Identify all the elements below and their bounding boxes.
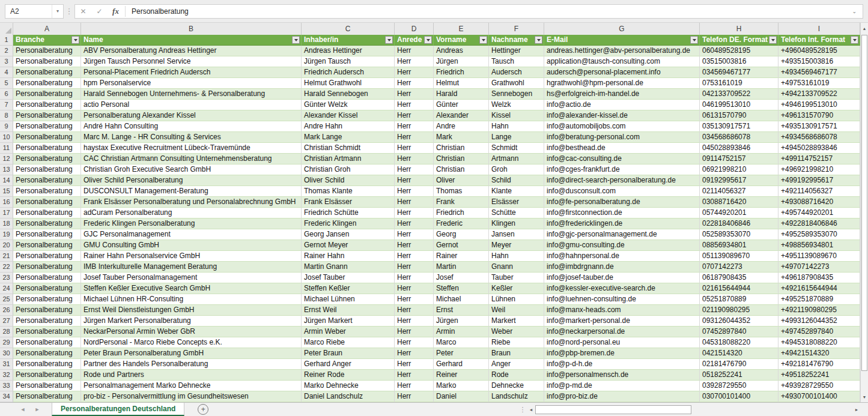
cell[interactable]: Herr <box>395 154 434 164</box>
cell[interactable]: +4942133709522 <box>778 89 860 100</box>
cell[interactable]: Ernst Weil Dienstleistungen GmbH <box>81 305 302 316</box>
cell[interactable]: Mark Lange <box>302 132 395 143</box>
column-header-cell[interactable]: Inhaber/in <box>302 35 395 46</box>
cell[interactable]: Groh <box>489 164 544 175</box>
cell[interactable]: Jürgen Markert Personalberatung <box>81 316 302 327</box>
cell[interactable]: Personalberatung <box>13 186 81 197</box>
cell[interactable]: Armin Weber <box>302 327 395 337</box>
cell[interactable]: Braun <box>489 348 544 359</box>
column-header-cell[interactable]: Nachname <box>489 35 544 46</box>
cell[interactable]: NeckarPersonal Armin Weber GbR <box>81 327 302 337</box>
cell[interactable]: Herr <box>395 186 434 197</box>
cell[interactable]: 09192995617 <box>700 175 778 186</box>
cell[interactable]: Reiner <box>434 370 489 381</box>
cell[interactable]: Frederic Klingen <box>302 219 395 229</box>
cell[interactable]: 02181476790 <box>700 359 778 370</box>
cell[interactable]: +495251870889 <box>778 294 860 305</box>
cell[interactable]: Herr <box>395 391 434 402</box>
cell[interactable]: Friedrich <box>434 208 489 219</box>
cell[interactable]: Herr <box>395 100 434 110</box>
horizontal-scroll-track[interactable] <box>691 405 852 414</box>
filter-dropdown-button[interactable] <box>71 36 79 44</box>
column-letter-F[interactable]: F <box>489 23 544 35</box>
cell[interactable]: Herr <box>395 283 434 294</box>
cell[interactable]: Harald <box>434 89 489 100</box>
cell[interactable]: Georg Jansen <box>302 229 395 240</box>
cell[interactable]: ABV Personalberatung Andreas Hettinger <box>81 46 302 56</box>
cell[interactable]: Friedrich <box>434 67 489 78</box>
select-all-corner[interactable] <box>0 23 13 35</box>
cell[interactable]: +492114056327 <box>778 186 860 197</box>
cell[interactable]: Herr <box>395 305 434 316</box>
horizontal-scrollbar[interactable]: ◄ ► <box>527 405 861 415</box>
cell[interactable]: Lühnen <box>489 294 544 305</box>
cell[interactable]: Personalberatung <box>13 294 81 305</box>
row-number-6[interactable]: 6 <box>0 89 13 100</box>
cell[interactable]: Herr <box>395 56 434 67</box>
cell[interactable]: Armin <box>434 327 489 337</box>
cell[interactable]: Marco <box>434 337 489 348</box>
cell[interactable]: Andre <box>434 121 489 132</box>
cell[interactable]: 060489528195 <box>700 46 778 56</box>
cell[interactable]: Herr <box>395 370 434 381</box>
cell[interactable]: Personalberatung <box>13 208 81 219</box>
cell[interactable]: Christian Artmann <box>302 154 395 164</box>
formula-bar[interactable]: ✕ ✓ fx Personalberatung ⌄ <box>74 4 863 19</box>
cell[interactable]: info@luehnen-consulting.de <box>544 294 700 305</box>
cell[interactable]: info@direct-search-personalberatung.de <box>544 175 700 186</box>
cell[interactable]: Herr <box>395 251 434 262</box>
cell[interactable]: +4993126044352 <box>778 316 860 327</box>
cell[interactable]: 035130917571 <box>700 121 778 132</box>
cell[interactable]: info@dusconsult.com <box>544 186 700 197</box>
cell[interactable]: Herr <box>395 121 434 132</box>
cell[interactable]: Personalberatung <box>13 262 81 273</box>
cell[interactable]: Friedrich Schütte <box>302 208 395 219</box>
cell[interactable]: Steffen <box>434 283 489 294</box>
cell[interactable]: info@beratung-personal.com <box>544 132 700 143</box>
tabbar-scrollbar-splitter-icon[interactable]: ⋮ <box>518 406 527 414</box>
column-letter-B[interactable]: B <box>81 23 302 35</box>
cell[interactable]: Andreas <box>434 46 489 56</box>
cell[interactable]: Herr <box>395 229 434 240</box>
column-letter-D[interactable]: D <box>395 23 434 35</box>
sheet-nav-prev-icon[interactable]: ◄ <box>16 406 30 412</box>
cell[interactable]: Hettinger <box>489 46 544 56</box>
cell[interactable]: Personalberatung <box>13 56 81 67</box>
cell[interactable]: 021190980295 <box>700 305 778 316</box>
row-number-16[interactable]: 16 <box>0 197 13 208</box>
enter-icon[interactable]: ✓ <box>91 7 108 16</box>
cell[interactable]: CAC Christian Artmann Consulting Unterne… <box>81 154 302 164</box>
cell[interactable]: Dehnecke <box>489 381 544 391</box>
add-sheet-button[interactable]: + <box>198 404 208 415</box>
cell[interactable]: info@pro-biz.de <box>544 391 700 402</box>
cell[interactable]: Herr <box>395 143 434 154</box>
insert-function-icon[interactable]: fx <box>108 7 124 16</box>
cell[interactable]: Audersch <box>489 67 544 78</box>
cell[interactable]: Peter <box>434 348 489 359</box>
cell[interactable]: Kissel <box>489 110 544 121</box>
column-header-cell[interactable]: Anrede <box>395 35 434 46</box>
cell[interactable]: 05744920201 <box>700 208 778 219</box>
cell[interactable]: info@alexander-kissel.de <box>544 110 700 121</box>
cell[interactable]: Personalberatung <box>13 100 81 110</box>
cell[interactable]: info@manx-heads.com <box>544 305 700 316</box>
cell[interactable]: info@automobiljobs.com <box>544 121 700 132</box>
cell[interactable]: Personalberatung <box>13 273 81 283</box>
column-letter-H[interactable]: H <box>700 23 778 35</box>
cell[interactable]: IMB Interkulturelle Management Beratung <box>81 262 302 273</box>
cell[interactable]: Alexander Kissel <box>302 110 395 121</box>
row-number-1[interactable]: 1 <box>0 35 13 46</box>
cell[interactable]: Rainer Hahn <box>302 251 395 262</box>
cell[interactable]: Personal-Placement Friedrich Audersch <box>81 67 302 78</box>
cell[interactable]: +492181476790 <box>778 359 860 370</box>
cell[interactable]: 02114056327 <box>700 186 778 197</box>
cell[interactable]: Herr <box>395 197 434 208</box>
cell[interactable]: info@fredericklingen.de <box>544 219 700 229</box>
filter-dropdown-button[interactable] <box>535 36 542 44</box>
column-header-cell[interactable]: Telefon DE. Format <box>700 35 778 46</box>
cell[interactable]: Marc M. Lange - HR Consulting & Services <box>81 132 302 143</box>
cell[interactable]: hpm Personalservice <box>81 78 302 89</box>
cell[interactable]: Martin <box>434 262 489 273</box>
cell[interactable]: info@kessler-executive-search.de <box>544 283 700 294</box>
cell[interactable]: Michael Lühnen HR-Consulting <box>81 294 302 305</box>
